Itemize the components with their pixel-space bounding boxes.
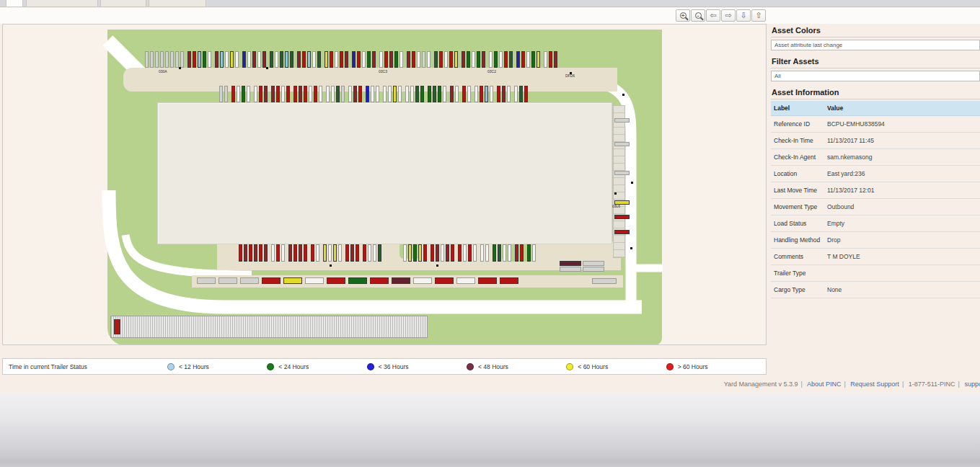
trailer[interactable]	[480, 86, 483, 102]
trailer[interactable]	[314, 86, 317, 102]
trailer[interactable]	[514, 86, 518, 102]
trailer[interactable]	[378, 244, 381, 262]
trailer[interactable]	[249, 244, 252, 262]
trailer[interactable]	[328, 244, 332, 262]
trailer[interactable]	[362, 51, 366, 68]
trailer[interactable]	[271, 244, 275, 262]
trailer[interactable]	[271, 86, 275, 102]
trailer[interactable]	[307, 51, 311, 68]
trailer[interactable]	[372, 51, 376, 68]
trailer[interactable]	[526, 51, 530, 68]
trailer[interactable]	[323, 244, 327, 262]
trailer[interactable]	[247, 51, 251, 68]
support-email-link[interactable]: suppo	[964, 381, 980, 388]
trailer[interactable]	[504, 51, 508, 68]
trailer[interactable]	[458, 244, 462, 262]
trailer[interactable]	[413, 277, 432, 284]
trailer[interactable]	[394, 51, 398, 68]
trailer[interactable]	[357, 51, 361, 68]
trailer[interactable]	[423, 244, 427, 262]
trailer[interactable]	[225, 51, 229, 68]
trailer[interactable]	[398, 86, 402, 102]
trailer[interactable]	[293, 86, 297, 102]
trailer[interactable]	[254, 244, 257, 262]
trailer[interactable]	[371, 86, 374, 102]
trailer[interactable]	[299, 86, 302, 102]
trailer[interactable]	[399, 51, 403, 68]
trailer[interactable]	[554, 51, 557, 68]
trailer[interactable]	[428, 86, 431, 102]
trailer[interactable]	[614, 171, 630, 175]
trailer[interactable]	[392, 277, 410, 284]
trailer[interactable]	[114, 319, 120, 334]
trailer[interactable]	[435, 277, 454, 284]
trailer[interactable]	[436, 244, 439, 262]
trailer[interactable]	[276, 244, 280, 262]
trailer[interactable]	[376, 86, 379, 102]
trailer[interactable]	[242, 86, 245, 102]
trailer[interactable]	[345, 244, 349, 262]
trailer[interactable]	[150, 51, 154, 68]
trailer[interactable]	[220, 51, 224, 68]
trailer[interactable]	[370, 277, 389, 284]
trailer[interactable]	[519, 86, 523, 102]
trailer[interactable]	[431, 244, 434, 262]
trailer[interactable]	[335, 51, 338, 68]
trailer[interactable]	[583, 261, 604, 266]
trailer[interactable]	[485, 244, 489, 262]
trailer[interactable]	[417, 51, 420, 68]
trailer[interactable]	[490, 86, 493, 102]
zoom-out-button[interactable]: -	[691, 9, 705, 22]
trailer[interactable]	[412, 51, 415, 68]
trailer[interactable]	[297, 51, 301, 68]
trailer[interactable]	[450, 86, 454, 102]
trailer[interactable]	[408, 244, 412, 262]
trailer[interactable]	[239, 244, 242, 262]
trailer[interactable]	[281, 86, 285, 102]
trailer[interactable]	[197, 277, 216, 284]
trailer[interactable]	[441, 244, 444, 262]
trailer[interactable]	[254, 86, 257, 102]
trailer[interactable]	[240, 277, 259, 284]
trailer[interactable]	[165, 51, 169, 68]
trailer[interactable]	[215, 51, 218, 68]
trailer[interactable]	[358, 86, 362, 102]
trailer[interactable]	[422, 51, 425, 68]
trailer[interactable]	[393, 86, 397, 102]
trailer[interactable]	[290, 51, 293, 68]
trailer[interactable]	[257, 51, 261, 68]
trailer[interactable]	[316, 244, 319, 262]
trailer[interactable]	[264, 244, 268, 262]
trailer[interactable]	[515, 244, 518, 262]
trailer[interactable]	[478, 277, 497, 284]
trailer[interactable]	[420, 86, 424, 102]
trailer[interactable]	[413, 244, 417, 262]
trailer[interactable]	[502, 86, 506, 102]
trailer[interactable]	[259, 244, 262, 262]
pan-left-button[interactable]: ⇦	[706, 9, 720, 22]
trailer[interactable]	[527, 244, 531, 262]
trailer[interactable]	[462, 51, 465, 68]
trailer[interactable]	[366, 86, 369, 102]
trailer[interactable]	[203, 51, 206, 68]
trailer[interactable]	[352, 51, 356, 68]
trailer[interactable]	[614, 215, 630, 219]
trailer[interactable]	[507, 86, 511, 102]
trailer[interactable]	[456, 277, 475, 284]
trailer[interactable]	[331, 86, 335, 102]
trailer[interactable]	[264, 86, 268, 102]
about-pinc-link[interactable]: About PINC	[807, 381, 842, 388]
trailer[interactable]	[193, 51, 196, 68]
trailer[interactable]	[293, 244, 297, 262]
trailer[interactable]	[224, 86, 228, 102]
tab-active[interactable]	[6, 0, 23, 7]
trailer[interactable]	[353, 86, 357, 102]
trailer[interactable]	[451, 244, 454, 262]
trailer[interactable]	[311, 244, 314, 262]
trailer[interactable]	[509, 51, 513, 68]
trailer[interactable]	[283, 277, 302, 284]
trailer[interactable]	[477, 51, 480, 68]
trailer[interactable]	[363, 244, 366, 262]
trailer[interactable]	[494, 51, 498, 68]
trailer[interactable]	[155, 51, 159, 68]
